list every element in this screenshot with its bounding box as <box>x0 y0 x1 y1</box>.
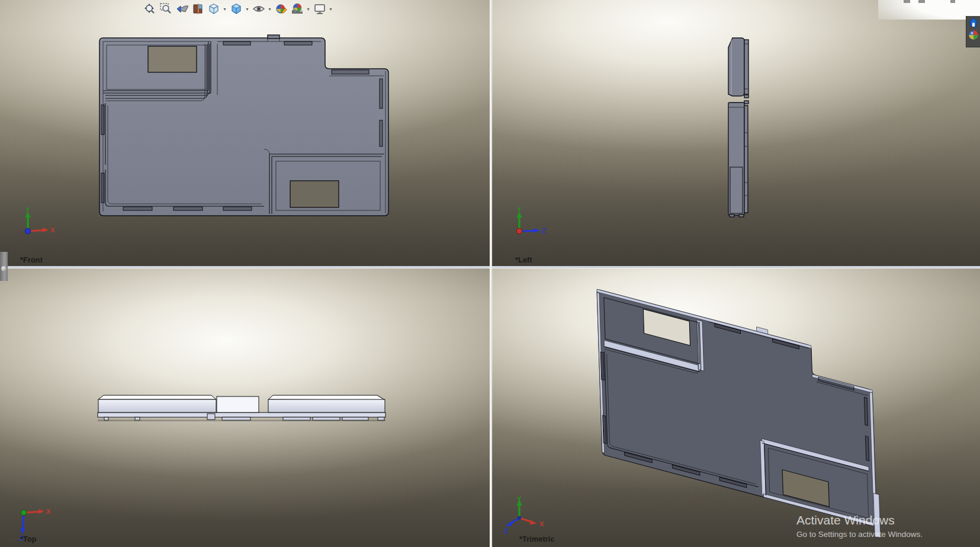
partial-toolbar-icon <box>904 0 910 3</box>
home-icon[interactable] <box>968 17 979 28</box>
trimetric-triad: Y X Z <box>504 497 548 536</box>
zoom-to-area-icon <box>159 2 172 15</box>
partial-toolbar-icon <box>950 0 955 3</box>
edit-appearance-button[interactable] <box>274 1 288 17</box>
view-settings-button[interactable] <box>312 1 327 17</box>
view-orientation-button[interactable] <box>206 1 221 17</box>
view-orientation-icon <box>207 2 220 15</box>
zoom-to-area-button[interactable] <box>158 1 173 17</box>
watermark-subtitle: Go to Settings to activate Windows. <box>796 530 923 539</box>
display-style-icon <box>230 2 243 15</box>
previous-view-icon <box>175 2 188 15</box>
viewport-front[interactable]: ▾ ▾ ▾ <box>0 0 490 266</box>
front-axis-right-label: X <box>50 226 55 233</box>
watermark-title: Activate Windows <box>796 513 923 527</box>
left-axis-right-label: Z <box>542 227 546 234</box>
link-icon <box>7 536 17 542</box>
view-label-top: *Top <box>7 535 37 543</box>
previous-view-button[interactable] <box>174 1 189 17</box>
view-label-front: *Front <box>7 256 43 264</box>
partial-toolbar-icon <box>918 0 925 3</box>
view-label-left: *Left <box>502 256 532 264</box>
trimetric-axis-up-label: Y <box>517 497 522 503</box>
top-view-part <box>0 268 490 547</box>
view-label-text: *Trimetric <box>519 535 555 543</box>
view-label-text: *Top <box>20 535 37 543</box>
heads-up-view-toolbar: ▾ ▾ ▾ <box>142 1 333 17</box>
left-triad: Y Z <box>506 207 548 240</box>
link-icon <box>502 257 512 263</box>
viewport-left[interactable]: Y Z *Left <box>492 0 980 266</box>
zoom-to-fit-button[interactable] <box>142 1 157 17</box>
corner-panel <box>878 0 980 20</box>
zoom-to-fit-icon <box>143 2 156 15</box>
front-axis-up-label: Y <box>25 207 30 213</box>
splitter-drag-ball <box>1 266 7 271</box>
trimetric-axis-left-label: Z <box>504 527 508 535</box>
resources-globe-icon[interactable] <box>968 30 979 40</box>
view-settings-icon <box>313 2 326 15</box>
link-icon <box>7 257 17 263</box>
apply-scene-icon <box>291 2 304 15</box>
hide-show-items-icon <box>252 2 265 15</box>
apply-scene-button[interactable] <box>290 1 304 17</box>
trimetric-axis-right-label: X <box>539 520 544 527</box>
view-orientation-dropdown[interactable]: ▾ <box>222 1 227 17</box>
feature-tree-splitter-handle[interactable] <box>0 252 8 281</box>
edit-appearance-icon <box>275 2 288 15</box>
viewport-trimetric[interactable]: Y X Z *Trimetric <box>492 268 980 547</box>
display-style-button[interactable] <box>229 1 243 17</box>
view-settings-dropdown[interactable]: ▾ <box>328 1 333 17</box>
apply-scene-dropdown[interactable]: ▾ <box>306 1 311 17</box>
view-label-text: *Left <box>515 256 532 264</box>
left-axis-up-label: Y <box>517 207 522 213</box>
top-axis-right-label: X <box>46 508 51 515</box>
viewport-top[interactable]: X Z *Top <box>0 268 490 547</box>
front-triad: Y X <box>15 207 56 240</box>
section-view-button[interactable] <box>190 1 205 17</box>
hide-show-items-button[interactable] <box>251 1 266 17</box>
activate-windows-watermark: Activate Windows Go to Settings to activ… <box>796 513 923 539</box>
view-label-text: *Front <box>20 256 43 264</box>
viewport-splitter-vertical[interactable] <box>490 0 492 547</box>
front-view-part <box>0 0 490 266</box>
left-view-part <box>492 0 980 266</box>
hide-show-items-dropdown[interactable]: ▾ <box>267 1 272 17</box>
trimetric-view-part <box>492 268 980 547</box>
display-style-dropdown[interactable]: ▾ <box>245 1 250 17</box>
section-view-icon <box>191 2 204 15</box>
task-pane-strip <box>966 16 980 47</box>
view-label-trimetric: *Trimetric <box>519 535 555 543</box>
solidworks-four-viewport-stage: ▾ ▾ ▾ <box>0 0 980 547</box>
